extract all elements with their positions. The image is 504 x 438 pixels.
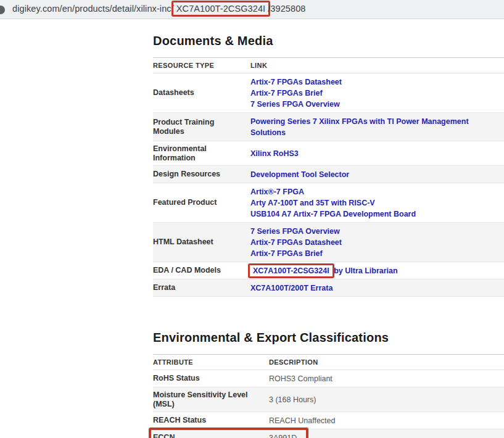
- document-link[interactable]: 7 Series FPGA Overview: [250, 99, 504, 110]
- description-value: REACH Unaffected: [269, 415, 504, 426]
- resource-type-label: HTML Datasheet: [153, 238, 250, 247]
- description-cell: 3A991D: [269, 432, 504, 438]
- table-row: Design ResourcesDevelopment Tool Selecto…: [153, 166, 504, 183]
- link-cell: XC7A100T-2CSG324I by Ultra Librarian: [250, 265, 504, 276]
- document-link[interactable]: Artix-7 FPGAs Datasheet: [250, 237, 504, 248]
- link-cell: Development Tool Selector: [250, 169, 504, 180]
- link-cell: 7 Series FPGA OverviewArtix-7 FPGAs Data…: [250, 226, 504, 259]
- environmental-table-header: ATTRIBUTE DESCRIPTION: [153, 354, 504, 370]
- link-cell: Artix®-7 FPGAArty A7-100T and 35T with R…: [250, 186, 504, 220]
- table-row: Featured ProductArtix®-7 FPGAArty A7-100…: [153, 183, 504, 223]
- url-prefix: digikey.com/en/products/detail/xilinx-in…: [12, 4, 174, 14]
- documents-media-table: RESOURCE TYPE LINK DatasheetsArtix-7 FPG…: [153, 57, 504, 297]
- documents-media-table-header: RESOURCE TYPE LINK: [153, 57, 504, 73]
- description-value: ROHS3 Compliant: [269, 373, 504, 384]
- link-cell: Powering Series 7 Xilinx FPGAs with TI P…: [250, 116, 504, 138]
- column-header-attribute: ATTRIBUTE: [153, 358, 269, 366]
- table-row: Product Training ModulesPowering Series …: [153, 113, 504, 141]
- document-link[interactable]: Artix-7 FPGAs Brief: [250, 88, 504, 99]
- documents-media-title: Documents & Media: [153, 33, 504, 49]
- column-header-link: LINK: [250, 62, 267, 69]
- table-row: HTML Datasheet7 Series FPGA OverviewArti…: [153, 223, 504, 262]
- link-cell: Artix-7 FPGAs DatasheetArtix-7 FPGAs Bri…: [250, 76, 504, 110]
- document-link[interactable]: Arty A7-100T and 35T with RISC-V: [250, 197, 504, 209]
- column-header-resource-type: RESOURCE TYPE: [153, 62, 250, 69]
- document-link[interactable]: Powering Series 7 Xilinx FPGAs with TI P…: [250, 116, 504, 138]
- document-link[interactable]: Artix®-7 FPGA: [250, 186, 504, 197]
- description-cell: REACH Unaffected: [269, 415, 504, 426]
- link-cell: Xilinx RoHS3: [250, 148, 504, 159]
- document-link[interactable]: Development Tool Selector: [250, 169, 504, 180]
- resource-type-label: EDA / CAD Models: [153, 266, 250, 275]
- link-annotation-box: XC7A100T-2CSG324I: [248, 263, 334, 278]
- document-link[interactable]: 7 Series FPGA Overview: [250, 226, 504, 237]
- page-content: Documents & Media RESOURCE TYPE LINK Dat…: [153, 19, 504, 438]
- environmental-title: Environmental & Export Classifications: [153, 329, 504, 345]
- document-link[interactable]: Artix-7 FPGAs Datasheet: [250, 76, 504, 88]
- site-favicon-icon: [0, 6, 5, 14]
- url-part-number: XC7A100T-2CSG324I: [176, 4, 265, 14]
- attribute-label: ECCN: [153, 433, 269, 438]
- eda-part-number: XC7A100T-2CSG324I: [253, 267, 329, 275]
- description-value: 3 (168 Hours): [269, 394, 504, 405]
- url-suffix: /3925808: [268, 4, 305, 14]
- column-header-description: DESCRIPTION: [269, 358, 318, 366]
- attribute-label: Moisture Sensitivity Level (MSL): [153, 390, 269, 409]
- resource-type-label: Featured Product: [153, 198, 250, 207]
- link-cell: XC7A100T/200T Errata: [250, 283, 504, 294]
- table-row: DatasheetsArtix-7 FPGAs DatasheetArtix-7…: [153, 73, 504, 113]
- description-cell: 3 (168 Hours): [269, 394, 504, 405]
- browser-address-bar[interactable]: digikey.com/en/products/detail/xilinx-in…: [0, 0, 504, 19]
- table-row: EDA / CAD ModelsXC7A100T-2CSG324I by Ult…: [153, 262, 504, 279]
- table-row: Moisture Sensitivity Level (MSL)3 (168 H…: [153, 387, 504, 412]
- environmental-table: ATTRIBUTE DESCRIPTION RoHS StatusROHS3 C…: [153, 354, 504, 438]
- document-link[interactable]: XC7A100T-2CSG324I by Ultra Librarian: [250, 265, 504, 276]
- table-row: RoHS StatusROHS3 Compliant: [153, 370, 504, 387]
- url-annotation-box: XC7A100T-2CSG324I: [171, 1, 270, 17]
- resource-type-label: Design Resources: [153, 170, 250, 179]
- table-row: ECCN3A991D: [153, 429, 504, 438]
- resource-type-label: Product Training Modules: [153, 118, 250, 136]
- attribute-label: REACH Status: [153, 416, 269, 425]
- attribute-label: RoHS Status: [153, 374, 269, 383]
- document-link[interactable]: Artix-7 FPGAs Brief: [250, 248, 504, 259]
- description-value: 3A991D: [269, 432, 504, 438]
- document-link[interactable]: USB104 A7 Artix-7 FPGA Development Board: [250, 209, 504, 220]
- resource-type-label: Datasheets: [153, 88, 250, 97]
- resource-type-label: Environmental Information: [153, 144, 250, 163]
- url-text: digikey.com/en/products/detail/xilinx-in…: [12, 4, 305, 14]
- description-cell: ROHS3 Compliant: [269, 373, 504, 384]
- table-row: ErrataXC7A100T/200T Errata: [153, 279, 504, 297]
- resource-type-label: Errata: [153, 283, 250, 292]
- document-link[interactable]: Xilinx RoHS3: [250, 148, 504, 159]
- table-row: Environmental InformationXilinx RoHS3: [153, 141, 504, 166]
- table-row: REACH StatusREACH Unaffected: [153, 412, 504, 429]
- document-link[interactable]: XC7A100T/200T Errata: [250, 283, 504, 294]
